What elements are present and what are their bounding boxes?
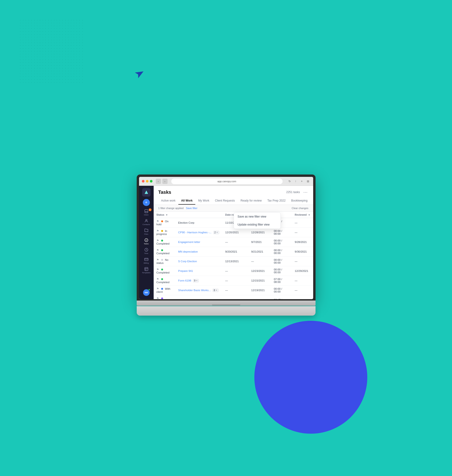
- add-button[interactable]: +: [143, 199, 150, 206]
- user-avatar[interactable]: NM: [143, 289, 150, 296]
- sidebar-item-time[interactable]: Time: [140, 247, 153, 256]
- browser-nav: ‹ ›: [156, 179, 167, 184]
- start-date-cell: 9/7/2021: [248, 237, 271, 247]
- decorative-circle: [254, 321, 367, 434]
- pin-icon: ⚑: [156, 258, 159, 261]
- sidebar-billing-label: Billing: [144, 262, 149, 264]
- reviewed-cell: 9/28/2021: [292, 237, 313, 247]
- task-status-cell: ⚑ No status: [154, 257, 175, 266]
- time-cell: 00:00 / 00:00: [271, 237, 292, 247]
- browser-refresh-btn[interactable]: ↻: [287, 179, 292, 184]
- task-link[interactable]: S Corp Election: [178, 260, 197, 263]
- tabs-row: Active work All Work My Work Client Requ…: [158, 197, 308, 205]
- sidebar-inbox-label: Inbox: [144, 214, 149, 216]
- tab-more[interactable]: More...: [310, 197, 313, 205]
- task-badge[interactable]: 8 ▼: [213, 289, 218, 292]
- tab-active-work[interactable]: Active work: [158, 197, 178, 205]
- laptop-keyboard-deck: [137, 306, 316, 316]
- task-link[interactable]: Shareholder Basis Works...: [178, 289, 211, 292]
- task-badge[interactable]: 9 ▼: [193, 279, 199, 282]
- reviewed-cell: —: [292, 295, 313, 299]
- sidebar-item-templates[interactable]: Templates: [140, 266, 153, 275]
- tab-ready-for-review[interactable]: Ready for review: [238, 197, 265, 205]
- task-link[interactable]: Prepare 941: [178, 269, 193, 272]
- browser-maximize-btn[interactable]: [150, 180, 153, 183]
- task-link[interactable]: MN depreciation: [178, 250, 198, 253]
- reviewed-cell: —: [292, 257, 313, 266]
- date-received-cell: 12/13/2021: [222, 257, 248, 266]
- pin-icon: ⚑: [156, 287, 159, 290]
- browser-url-bar[interactable]: app.canopy.com: [171, 178, 283, 184]
- tab-bookkeeping[interactable]: Bookkeeping: [288, 197, 310, 205]
- table-row: ⚑ Completed Prepare 941 — 12/23/2021 00:…: [154, 266, 313, 276]
- reviewed-cell: —: [292, 218, 313, 228]
- status-indicator: [161, 230, 163, 232]
- task-link[interactable]: Engagement letter: [178, 241, 200, 243]
- browser-new-tab-btn[interactable]: +: [299, 179, 304, 184]
- task-name-cell: Shareholder Basis Works... 8 ▼: [175, 286, 222, 295]
- browser-back-btn[interactable]: ‹: [156, 179, 161, 184]
- task-badge[interactable]: 2 ▼: [213, 231, 219, 234]
- update-existing-filter-item[interactable]: Update existing filter view: [234, 221, 280, 228]
- save-filter-button[interactable]: Save filter: [186, 207, 197, 209]
- save-new-filter-item[interactable]: Save as new filter view: [234, 213, 280, 221]
- status-indicator: [161, 268, 163, 270]
- status-indicator: [161, 259, 163, 261]
- filter-dropdown: Save as new filter view Update existing …: [234, 212, 281, 229]
- clear-changes-button[interactable]: Clear changes: [292, 207, 308, 209]
- reviewed-cell: —: [292, 228, 313, 237]
- table-row: ⚑ Completed Engagement letter — 9/7/2021…: [154, 237, 313, 247]
- tasks-table-wrapper: Status ▼ Date received ▼ Start date ▼: [154, 212, 313, 299]
- pin-icon: ⚑: [156, 297, 159, 299]
- date-received-cell: 12/20/2021: [222, 228, 248, 237]
- inbox-badge: 2: [149, 208, 152, 211]
- task-name-cell: Prepare 941: [175, 266, 222, 276]
- sidebar-item-contacts[interactable]: Contacts: [140, 218, 153, 227]
- laptop-screen: ‹ › app.canopy.com ↻ ↑ + ⊞: [139, 177, 313, 299]
- sidebar-item-tasks[interactable]: Tasks: [140, 237, 153, 246]
- status-indicator: [161, 288, 163, 290]
- status-indicator: [161, 240, 163, 241]
- task-link[interactable]: Form 6198: [178, 279, 191, 282]
- tab-my-work[interactable]: My Work: [195, 197, 212, 205]
- browser-close-btn[interactable]: [142, 180, 145, 183]
- browser-forward-btn[interactable]: ›: [162, 179, 167, 184]
- task-name: Election Corp: [178, 221, 194, 224]
- main-content: Tasks 2251 tasks ⋯ Active work All Work …: [154, 186, 313, 299]
- browser-menu-btn[interactable]: ⊞: [306, 179, 310, 184]
- sidebar-item-billing[interactable]: Billing: [140, 256, 153, 265]
- tab-client-requests[interactable]: Client Requests: [212, 197, 238, 205]
- time-cell: 07:00 / 08:00: [271, 276, 292, 286]
- task-status-cell: ⚑ Completed: [154, 237, 175, 247]
- start-date-cell: 11/30/2021: [248, 295, 271, 299]
- status-text: Completed: [156, 281, 170, 284]
- col-header-reviewed[interactable]: Reviewed ▼: [292, 212, 313, 218]
- table-row: ⚑ With client Shareholder Basis Works...…: [154, 286, 313, 295]
- sidebar-item-files[interactable]: Files: [140, 227, 153, 236]
- status-indicator: [161, 220, 163, 222]
- pin-icon: ⚑: [156, 268, 159, 271]
- status-text: Completed: [156, 271, 170, 274]
- pin-icon: ⚑: [156, 229, 159, 233]
- browser-minimize-btn[interactable]: [146, 180, 148, 183]
- col-header-status[interactable]: Status ▼: [154, 212, 175, 218]
- sidebar-files-label: Files: [144, 233, 148, 235]
- status-indicator: [161, 278, 163, 280]
- app-logo: [142, 188, 151, 197]
- task-link[interactable]: CP90 - Harrison Hughes -...: [178, 231, 212, 234]
- sidebar-item-inbox[interactable]: Inbox 2: [140, 208, 153, 217]
- laptop-screen-bezel: ‹ › app.canopy.com ↻ ↑ + ⊞: [137, 175, 316, 300]
- tab-all-work[interactable]: All Work: [178, 197, 195, 205]
- browser-share-btn[interactable]: ↑: [293, 179, 298, 184]
- date-received-cell: —: [222, 286, 248, 295]
- pin-icon: ⚑: [156, 239, 159, 242]
- more-options-button[interactable]: ⋯: [302, 189, 308, 195]
- page-title: Tasks: [158, 189, 171, 195]
- table-row: ⚑ Needs review Sch E Rentals 4 ▼ 11/24/2…: [154, 295, 313, 299]
- task-status-cell: ⚑ With client: [154, 286, 175, 295]
- task-status-cell: ⚑ In progress: [154, 228, 175, 237]
- date-received-cell: 9/20/2021: [222, 247, 248, 257]
- sidebar-templates-label: Templates: [142, 272, 150, 274]
- tab-tax-prep-2022[interactable]: Tax Prep 2022: [265, 197, 288, 205]
- date-received-cell: —: [222, 237, 248, 247]
